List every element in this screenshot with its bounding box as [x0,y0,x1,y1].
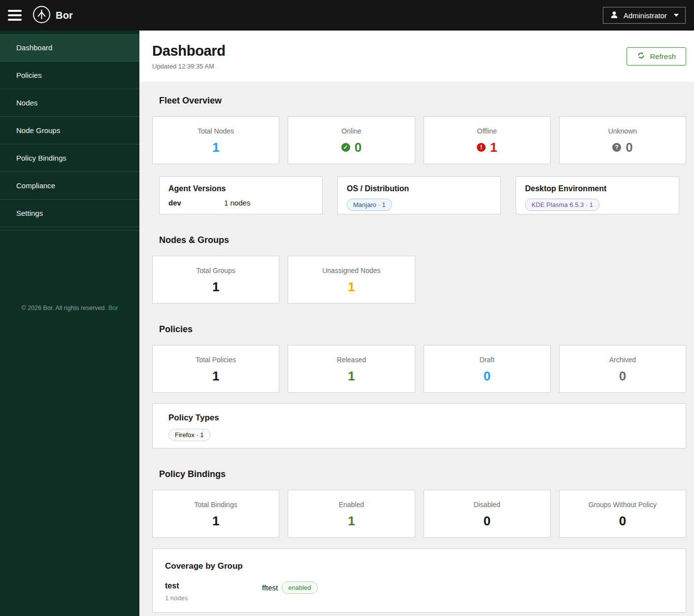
copyright-text: © 2026 Bor. All rights reserved. [22,305,107,311]
stat-value: 1 [212,370,219,382]
check-circle-icon [341,143,350,152]
sidebar-item-label: Settings [16,209,43,217]
binding-policy-name: fftest [262,583,278,592]
sidebar-footer: © 2026 Bor. All rights reserved.Bor [0,305,139,311]
sidebar-item-label: Node Groups [16,126,60,135]
group-node-count: 1 nodes [165,594,262,602]
stat-label: Unknown [608,127,637,135]
brand-name: Bor [56,10,73,21]
stat-label: Disabled [473,501,500,509]
page-header: Dashboard Updated 12:39:35 AM Refresh [139,31,694,82]
user-menu-dropdown[interactable]: Administrator [603,7,686,24]
stat-value: 1 [348,280,355,293]
section-title-policies: Policies [159,324,686,335]
stat-card-online: Online 0 [288,116,415,164]
refresh-icon [637,51,645,61]
stat-card-draft: Draft 0 [424,345,551,393]
exclamation-circle-icon [477,143,486,152]
stat-card-disabled: Disabled 0 [424,490,551,538]
section-title-policy-bindings: Policy Bindings [159,469,686,479]
sidebar-item-label: Nodes [16,99,37,107]
stat-value: 0 [483,514,490,527]
group-name: test [165,582,262,590]
page-title: Dashboard [152,43,226,59]
updated-timestamp: Updated 12:39:35 AM [152,63,226,70]
brand[interactable]: Bor [33,5,73,26]
stat-card-released: Released 1 [288,345,415,393]
sidebar: Dashboard Policies Nodes Node Groups Pol… [0,31,139,616]
person-icon [610,10,619,21]
policy-type-chip: Firefox · 1 [168,429,210,441]
stat-label: Released [337,356,366,364]
stat-value: 1 [348,370,355,382]
stat-label: Total Policies [196,356,236,364]
hamburger-icon[interactable] [8,10,22,21]
stat-card-enabled: Enabled 1 [288,490,415,538]
stat-value: 0 [619,370,626,382]
agent-version-name: dev [168,199,220,207]
coverage-group-row: test 1 nodes fftest enabled [165,582,673,602]
stat-label: Groups Without Policy [589,501,657,509]
card-title: Agent Versions [168,184,313,193]
sidebar-item-policy-bindings[interactable]: Policy Bindings [0,144,139,172]
sidebar-item-label: Compliance [16,181,55,190]
stat-card-archived: Archived 0 [559,345,686,393]
question-circle-icon [612,143,621,152]
card-title: Policy Types [168,413,670,423]
sidebar-item-node-groups[interactable]: Node Groups [0,117,139,144]
sidebar-item-label: Policy Bindings [16,154,66,162]
stat-label: Draft [479,356,494,364]
binding-status-badge: enabled [282,582,317,594]
sidebar-item-settings[interactable]: Settings [0,200,139,227]
sidebar-item-policies[interactable]: Policies [0,62,139,89]
stat-value: 0 [612,141,632,154]
stat-value: 0 [483,370,490,382]
refresh-button[interactable]: Refresh [627,47,686,66]
policy-types-card: Policy Types Firefox · 1 [152,403,686,448]
stat-card-total-nodes: Total Nodes 1 [152,116,279,164]
os-distribution-card: OS / Distribution Manjaro · 1 [337,176,501,214]
sidebar-divider [0,230,139,231]
stat-value: 0 [341,141,362,154]
topbar-left: Bor [8,5,73,26]
sidebar-item-compliance[interactable]: Compliance [0,172,139,200]
main-content: Dashboard Updated 12:39:35 AM Refresh [139,31,694,616]
stat-label: Unassigned Nodes [322,267,380,274]
card-title: OS / Distribution [347,184,492,193]
topbar: Bor Administrator [0,0,694,31]
desktop-environment-card: Desktop Environment KDE Plasma 6.5.3 · 1 [516,176,679,214]
stat-label: Total Nodes [198,127,234,135]
sidebar-item-label: Dashboard [16,43,52,52]
stat-value: 0 [619,514,626,527]
policies-stats-row: Total Policies 1 Released 1 Draft 0 Arch… [152,345,686,393]
agent-version-count: 1 nodes [224,199,250,207]
stat-value: 1 [477,141,497,154]
agent-versions-card: Agent Versions dev 1 nodes [159,176,323,214]
section-title-nodes-groups: Nodes & Groups [159,235,686,245]
refresh-button-label: Refresh [650,52,676,61]
stat-card-groups-without-policy: Groups Without Policy 0 [559,490,686,538]
sidebar-nav: Dashboard Policies Nodes Node Groups Pol… [0,31,139,227]
bor-logo-icon [33,5,51,26]
stat-card-total-bindings: Total Bindings 1 [152,490,279,538]
os-chip: Manjaro · 1 [347,199,392,211]
stat-label: Total Groups [196,267,235,274]
stat-card-unknown: Unknown 0 [559,116,686,164]
sidebar-item-label: Policies [16,71,42,79]
bindings-stats-row: Total Bindings 1 Enabled 1 Disabled 0 Gr… [152,490,686,538]
stat-card-total-policies: Total Policies 1 [152,345,279,393]
coverage-by-group-card: Coverage by Group test 1 nodes fftest en… [152,548,686,613]
fleet-info-row: Agent Versions dev 1 nodes OS / Distribu… [159,176,679,214]
stat-value: 1 [212,141,219,154]
stat-card-offline: Offline 1 [424,116,551,164]
stat-label: Offline [477,127,497,135]
footer-bor-link[interactable]: Bor [108,305,118,311]
fleet-stats-row: Total Nodes 1 Online 0 Offline 1 Unkno [152,116,686,164]
user-menu-label: Administrator [624,11,667,20]
stat-label: Archived [609,356,636,364]
stat-label: Total Bindings [195,501,237,509]
stat-label: Online [341,127,361,135]
sidebar-item-dashboard[interactable]: Dashboard [0,34,139,62]
sidebar-item-nodes[interactable]: Nodes [0,89,139,117]
stat-label: Enabled [339,501,364,509]
